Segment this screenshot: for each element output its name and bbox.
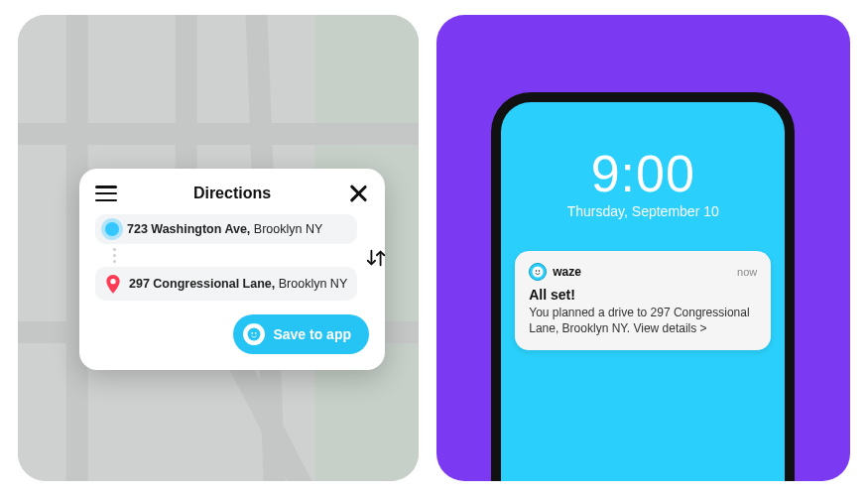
route-fields: 723 Washington Ave, Brooklyn NY 297 Cong… (95, 214, 357, 301)
card-title: Directions (193, 185, 271, 202)
destination-field[interactable]: 297 Congressional Lane, Brooklyn NY (95, 267, 357, 301)
origin-dot-icon (105, 222, 119, 236)
destination-pin-icon (105, 275, 121, 293)
waze-app-icon (529, 263, 547, 281)
notification-app-name: waze (553, 265, 581, 279)
origin-address: 723 Washington Ave, Brooklyn NY (127, 222, 322, 236)
svg-point-6 (533, 267, 544, 278)
clock-time: 9:00 (501, 148, 785, 199)
waze-badge-icon (243, 323, 265, 345)
directions-card: Directions 723 Washington Ave, Brooklyn … (79, 169, 385, 370)
svg-point-5 (255, 332, 257, 334)
lockscreen-clock: 9:00 Thursday, September 10 (501, 148, 785, 219)
save-to-app-button[interactable]: Save to app (233, 314, 369, 354)
route-connector-icon (107, 248, 121, 263)
svg-point-8 (539, 270, 541, 272)
destination-address: 297 Congressional Lane, Brooklyn NY (129, 277, 347, 291)
notification-time: now (737, 266, 757, 278)
svg-point-3 (248, 328, 261, 341)
save-button-label: Save to app (273, 326, 351, 342)
menu-icon[interactable] (95, 186, 117, 201)
notification-panel: 9:00 Thursday, September 10 waze now All… (436, 15, 850, 481)
svg-point-7 (536, 270, 538, 272)
stage: Directions 723 Washington Ave, Brooklyn … (0, 0, 868, 496)
clock-date: Thursday, September 10 (501, 203, 785, 219)
origin-field[interactable]: 723 Washington Ave, Brooklyn NY (95, 214, 357, 244)
phone-frame: 9:00 Thursday, September 10 waze now All… (491, 92, 795, 481)
notification-card[interactable]: waze now All set! You planned a drive to… (515, 251, 771, 350)
svg-point-4 (252, 332, 254, 334)
svg-point-2 (110, 279, 115, 284)
map-panel: Directions 723 Washington Ave, Brooklyn … (18, 15, 419, 481)
swap-icon[interactable] (365, 247, 387, 269)
notification-body: You planned a drive to 297 Congressional… (529, 305, 757, 336)
notification-title: All set! (529, 287, 757, 303)
close-icon[interactable] (347, 183, 369, 204)
